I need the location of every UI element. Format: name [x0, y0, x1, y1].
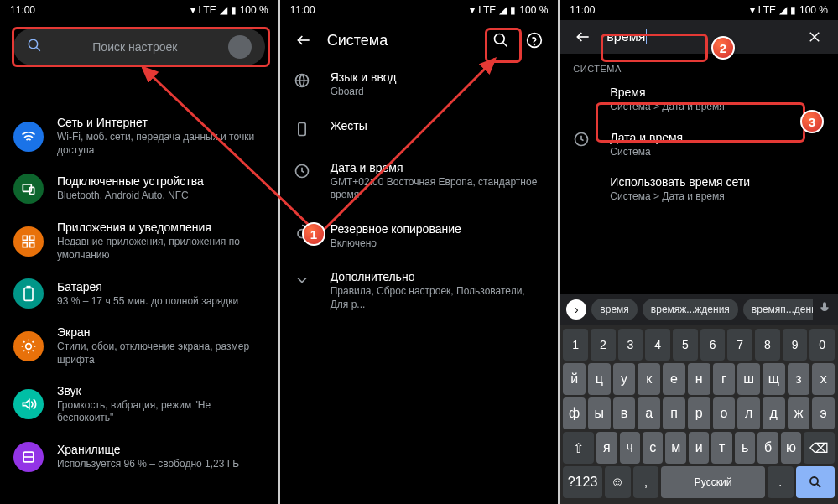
key-3[interactable]: 3: [618, 329, 643, 361]
key-е[interactable]: е: [663, 363, 685, 395]
key-л[interactable]: л: [737, 397, 760, 429]
setting-sub: Правила, Сброс настроек, Пользователи, Д…: [331, 285, 545, 311]
key-б[interactable]: б: [757, 432, 778, 464]
setting-item-2[interactable]: Приложения и уведомления Недавние прилож…: [0, 212, 278, 270]
suggestion-1[interactable]: времяж...ждения: [643, 299, 738, 320]
section-label: СИСТЕМА: [560, 54, 838, 77]
backspace-key[interactable]: ⌫: [804, 432, 835, 464]
setting-title: Приложения и уведомления: [57, 221, 265, 234]
clock-icon: [573, 131, 593, 159]
clear-button[interactable]: [804, 27, 825, 47]
key-н[interactable]: н: [688, 363, 710, 395]
symbols-key[interactable]: ?123: [563, 466, 601, 498]
key-6[interactable]: 6: [700, 329, 726, 361]
search-settings-bar[interactable]: Поиск настроек: [13, 29, 265, 65]
setting-title: Подключенные устройства: [57, 174, 265, 188]
suggestion-0[interactable]: время: [591, 299, 637, 320]
shift-key[interactable]: ⇧: [563, 432, 594, 464]
help-button[interactable]: [524, 30, 544, 50]
key-и[interactable]: и: [689, 432, 709, 464]
badge-3: 3: [800, 110, 824, 133]
key-9[interactable]: 9: [783, 329, 808, 361]
key-7[interactable]: 7: [727, 329, 752, 361]
expand-suggestions-button[interactable]: ›: [566, 299, 586, 320]
key-т[interactable]: т: [711, 432, 731, 464]
key-п[interactable]: п: [663, 397, 685, 429]
setting-item-3[interactable]: Батарея 93 % – 17 ч 55 мин. до полной за…: [0, 270, 278, 317]
key-ч[interactable]: ч: [620, 432, 640, 464]
period-key[interactable]: .: [768, 466, 794, 498]
system-item-2[interactable]: Дата и время GMT+02:00 Восточная Европа,…: [280, 151, 559, 212]
system-item-0[interactable]: Язык и ввод Gboard: [280, 60, 559, 109]
system-item-4[interactable]: Дополнительно Правила, Сброс настроек, П…: [280, 260, 559, 321]
devices-icon: [13, 174, 44, 204]
back-button[interactable]: [573, 27, 593, 47]
setting-item-1[interactable]: Подключенные устройства Bluetooth, Andro…: [0, 165, 278, 212]
key-х[interactable]: х: [812, 363, 835, 395]
key-щ[interactable]: щ: [763, 363, 785, 395]
key-я[interactable]: я: [596, 432, 617, 464]
apps-icon: [13, 226, 44, 257]
key-к[interactable]: к: [638, 363, 660, 395]
display-icon: [13, 331, 44, 361]
key-с[interactable]: с: [643, 432, 663, 464]
key-ю[interactable]: ю: [781, 432, 801, 464]
key-4[interactable]: 4: [645, 329, 670, 361]
comma-key[interactable]: ,: [633, 466, 659, 498]
lte-label: LTE: [199, 4, 216, 16]
search-result-1[interactable]: Дата и время Система: [560, 122, 838, 168]
key-ж[interactable]: ж: [788, 397, 810, 429]
setting-sub: Используется 96 % – свободно 1,23 ГБ: [57, 458, 265, 471]
avatar[interactable]: [228, 35, 252, 59]
key-2[interactable]: 2: [591, 329, 616, 361]
search-button[interactable]: [491, 30, 511, 50]
signal-icon: ◢: [220, 4, 227, 16]
setting-item-5[interactable]: Звук Громкость, вибрация, режим "Не бесп…: [0, 376, 278, 434]
key-а[interactable]: а: [638, 397, 660, 429]
key-м[interactable]: м: [665, 432, 685, 464]
battery-icon: [13, 278, 44, 309]
keyboard: › времявремяж...ждениявремяп...дения 123…: [560, 294, 838, 504]
setting-title: Резервное копирование: [331, 222, 545, 236]
back-button[interactable]: [294, 30, 314, 50]
search-input[interactable]: время: [606, 29, 791, 45]
svg-point-14: [495, 34, 505, 44]
search-result-2[interactable]: Использовать время сети Система > Дата и…: [560, 167, 838, 212]
settings-main-pane: 11:00 ▾ LTE ◢ ▮ 100 % Поиск настроек Сет…: [0, 0, 278, 504]
key-0[interactable]: 0: [809, 329, 835, 361]
setting-title: Батарея: [57, 280, 265, 294]
key-р[interactable]: р: [688, 397, 710, 429]
key-в[interactable]: в: [613, 397, 636, 429]
setting-item-4[interactable]: Экран Стили, обои, отключение экрана, ра…: [0, 317, 278, 375]
emoji-key[interactable]: ☺: [605, 466, 631, 498]
key-ы[interactable]: ы: [588, 397, 611, 429]
key-у[interactable]: у: [613, 363, 636, 395]
key-5[interactable]: 5: [673, 329, 698, 361]
key-э[interactable]: э: [812, 397, 835, 429]
search-result-0[interactable]: Время Система > Дата и время: [560, 77, 838, 122]
space-key[interactable]: Русский: [661, 466, 764, 498]
system-item-1[interactable]: Жесты: [280, 109, 559, 151]
setting-item-6[interactable]: Хранилище Используется 96 % – свободно 1…: [0, 434, 278, 481]
wifi-icon: [13, 122, 44, 152]
key-ь[interactable]: ь: [735, 432, 755, 464]
svg-rect-4: [23, 236, 27, 240]
suggestion-2[interactable]: времяп...дения: [743, 299, 813, 320]
key-г[interactable]: г: [713, 363, 736, 395]
result-sub: Система > Дата и время: [610, 101, 825, 114]
key-й[interactable]: й: [563, 363, 586, 395]
key-ц[interactable]: ц: [588, 363, 611, 395]
setting-title: Жесты: [331, 119, 545, 132]
mic-icon[interactable]: [818, 301, 831, 318]
setting-item-0[interactable]: Сеть и Интернет Wi-Fi, моб. сети, переда…: [0, 107, 278, 165]
key-ш[interactable]: ш: [737, 363, 760, 395]
key-1[interactable]: 1: [563, 329, 588, 361]
svg-rect-8: [24, 288, 33, 301]
key-8[interactable]: 8: [755, 329, 780, 361]
key-о[interactable]: о: [713, 397, 736, 429]
search-key[interactable]: [796, 466, 835, 498]
key-д[interactable]: д: [763, 397, 785, 429]
setting-title: Звук: [57, 384, 265, 397]
key-ф[interactable]: ф: [563, 397, 586, 429]
key-з[interactable]: з: [788, 363, 810, 395]
